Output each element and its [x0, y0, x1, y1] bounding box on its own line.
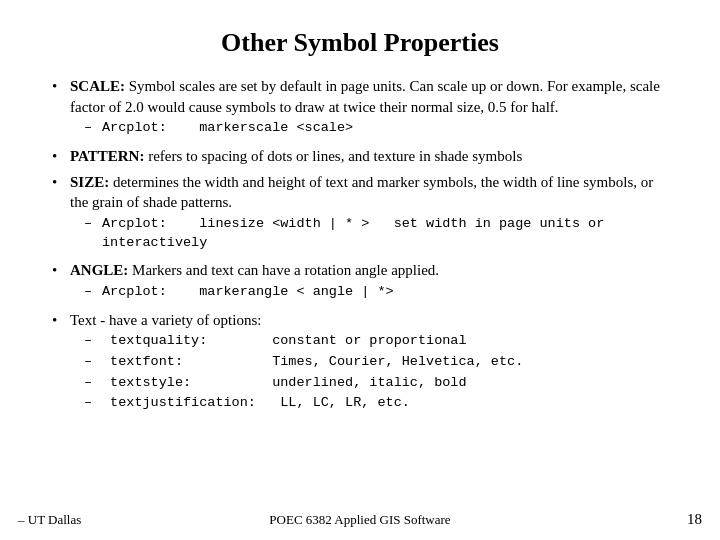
- subitem-size-content: Arcplot: linesize <width | * > set width…: [102, 215, 668, 252]
- list-item: • SIZE: determines the width and height …: [52, 172, 668, 213]
- bullet-symbol: •: [52, 172, 70, 193]
- subitem-textquality: – textquality: constant or proportional: [84, 332, 668, 351]
- list-item: • Text - have a variety of options:: [52, 310, 668, 331]
- sub-dash: –: [84, 215, 102, 234]
- list-item: • ANGLE: Markers and text can have a rot…: [52, 260, 668, 281]
- subitem-textstyle-content: textstyle: underlined, italic, bold: [102, 374, 467, 393]
- subitem-textfont: – textfont: Times, Courier, Helvetica, e…: [84, 353, 668, 372]
- subitem-size: – Arcplot: linesize <width | * > set wid…: [84, 215, 668, 252]
- subitem-angle: – Arcplot: markerangle < angle | *>: [84, 283, 668, 302]
- label-scale: SCALE:: [70, 78, 125, 94]
- subitem-textstyle: – textstyle: underlined, italic, bold: [84, 374, 668, 393]
- footer-center: POEC 6382 Applied GIS Software: [269, 512, 450, 528]
- subitem-textfont-content: textfont: Times, Courier, Helvetica, etc…: [102, 353, 523, 372]
- list-item: • SCALE: Symbol scales are set by defaul…: [52, 76, 668, 117]
- bullet-symbol: •: [52, 260, 70, 281]
- subitem-textjustification-content: textjustification: LL, LC, LR, etc.: [102, 394, 410, 413]
- sub-dash: –: [84, 394, 102, 413]
- sub-dash: –: [84, 283, 102, 302]
- angle-text: Markers and text can have a rotation ang…: [132, 262, 439, 278]
- subitem-angle-content: Arcplot: markerangle < angle | *>: [102, 283, 394, 302]
- subitem-scale-content: Arcplot: markerscale <scale>: [102, 119, 353, 138]
- pattern-text: refers to spacing of dots or lines, and …: [148, 148, 522, 164]
- bullet-symbol: •: [52, 310, 70, 331]
- slide-page: Other Symbol Properties • SCALE: Symbol …: [0, 0, 720, 540]
- label-angle: ANGLE:: [70, 262, 128, 278]
- slide-content: • SCALE: Symbol scales are set by defaul…: [52, 76, 668, 413]
- bullet-text: SIZE: determines the width and height of…: [70, 172, 668, 213]
- subitem-textjustification: – textjustification: LL, LC, LR, etc.: [84, 394, 668, 413]
- list-item: • PATTERN: refers to spacing of dots or …: [52, 146, 668, 167]
- sub-dash: –: [84, 332, 102, 351]
- bullet-text: ANGLE: Markers and text can have a rotat…: [70, 260, 668, 281]
- bullet-symbol: •: [52, 76, 70, 97]
- label-pattern: PATTERN:: [70, 148, 144, 164]
- footer-left: – UT Dallas: [18, 512, 81, 528]
- label-size: SIZE:: [70, 174, 109, 190]
- sub-dash: –: [84, 374, 102, 393]
- bullet-symbol: •: [52, 146, 70, 167]
- bullet-text: PATTERN: refers to spacing of dots or li…: [70, 146, 668, 167]
- size-text: determines the width and height of text …: [70, 174, 653, 211]
- slide-title: Other Symbol Properties: [52, 28, 668, 58]
- scale-text: Symbol scales are set by default in page…: [70, 78, 660, 115]
- footer-page-number: 18: [687, 511, 702, 528]
- sub-dash: –: [84, 119, 102, 138]
- subitem-scale: – Arcplot: markerscale <scale>: [84, 119, 668, 138]
- bullet-text: Text - have a variety of options:: [70, 310, 668, 331]
- sub-dash: –: [84, 353, 102, 372]
- subitem-textquality-content: textquality: constant or proportional: [102, 332, 467, 351]
- text-options-label: Text - have a variety of options:: [70, 312, 261, 328]
- bullet-text: SCALE: Symbol scales are set by default …: [70, 76, 668, 117]
